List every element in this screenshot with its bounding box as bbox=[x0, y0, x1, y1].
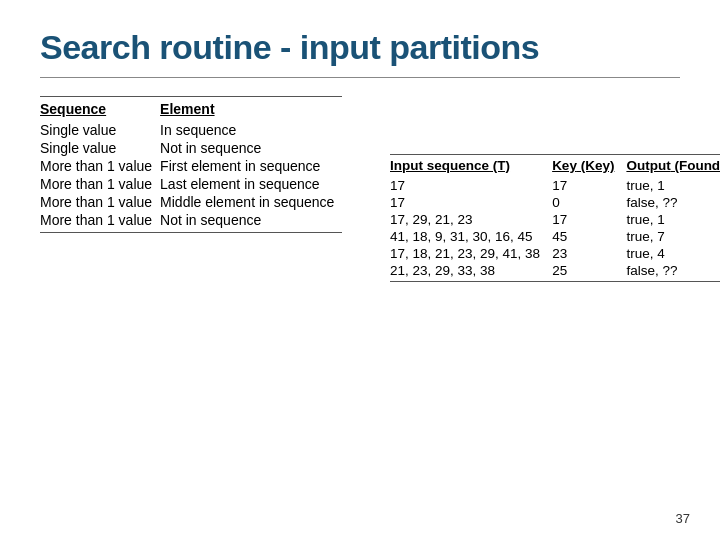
right-table-cell: true, 1 bbox=[626, 177, 720, 194]
left-table-cell: More than 1 value bbox=[40, 211, 160, 233]
right-table-cell: false, ?? bbox=[626, 262, 720, 282]
right-table-cell: true, 7 bbox=[626, 228, 720, 245]
right-table-header: Output (Found, L) bbox=[626, 155, 720, 178]
left-table-cell: First element in sequence bbox=[160, 157, 342, 175]
left-table-cell: More than 1 value bbox=[40, 193, 160, 211]
content-area: SequenceElementSingle valueIn sequenceSi… bbox=[40, 96, 680, 282]
right-table: Input sequence (T)Key (Key)Output (Found… bbox=[390, 154, 720, 282]
right-table-header: Input sequence (T) bbox=[390, 155, 552, 178]
title-divider bbox=[40, 77, 680, 78]
right-table-cell: 23 bbox=[552, 245, 626, 262]
left-table-cell: Last element in sequence bbox=[160, 175, 342, 193]
page: Search routine - input partitions Sequen… bbox=[0, 0, 720, 540]
left-table-cell: More than 1 value bbox=[40, 157, 160, 175]
right-table-cell: 17 bbox=[390, 194, 552, 211]
right-table-cell: 41, 18, 9, 31, 30, 16, 45 bbox=[390, 228, 552, 245]
left-table: SequenceElementSingle valueIn sequenceSi… bbox=[40, 96, 380, 282]
page-title: Search routine - input partitions bbox=[40, 28, 680, 67]
right-table-cell: 17 bbox=[390, 177, 552, 194]
right-table-cell: true, 1 bbox=[626, 211, 720, 228]
left-table-header: Element bbox=[160, 97, 342, 122]
right-table-cell: 17, 18, 21, 23, 29, 41, 38 bbox=[390, 245, 552, 262]
right-table-cell: 21, 23, 29, 33, 38 bbox=[390, 262, 552, 282]
right-table-cell: 0 bbox=[552, 194, 626, 211]
left-table-cell: More than 1 value bbox=[40, 175, 160, 193]
right-table-cell: 25 bbox=[552, 262, 626, 282]
right-table-cell: false, ?? bbox=[626, 194, 720, 211]
left-table-cell: In sequence bbox=[160, 121, 342, 139]
left-table-cell: Single value bbox=[40, 121, 160, 139]
right-table-cell: 45 bbox=[552, 228, 626, 245]
right-table-cell: 17 bbox=[552, 211, 626, 228]
left-table-header: Sequence bbox=[40, 97, 160, 122]
right-table-header: Key (Key) bbox=[552, 155, 626, 178]
right-table-cell: 17 bbox=[552, 177, 626, 194]
right-table-cell: 17, 29, 21, 23 bbox=[390, 211, 552, 228]
right-table-cell: true, 4 bbox=[626, 245, 720, 262]
left-table-cell: Not in sequence bbox=[160, 139, 342, 157]
left-table-cell: Middle element in sequence bbox=[160, 193, 342, 211]
left-table-cell: Single value bbox=[40, 139, 160, 157]
page-number: 37 bbox=[676, 511, 690, 526]
left-table-cell: Not in sequence bbox=[160, 211, 342, 233]
